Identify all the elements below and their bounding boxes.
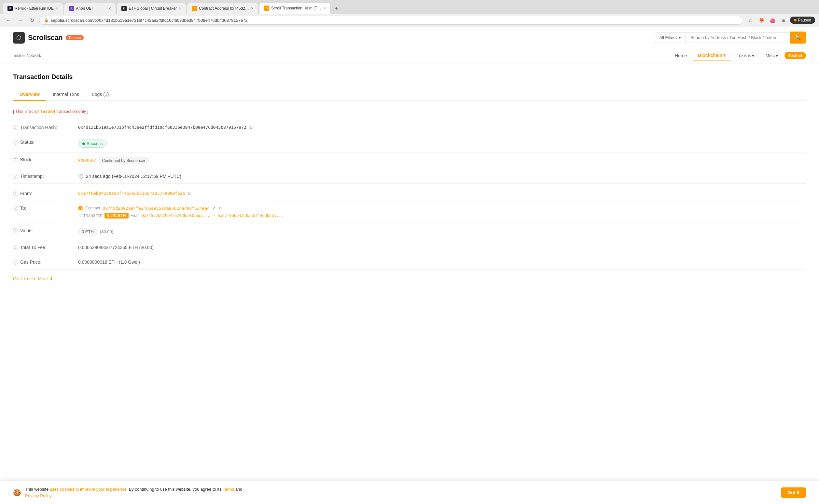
to-contract-row: ⬡ Contract 0x745d2b92994fe24d6a935ada850…	[78, 206, 222, 211]
tab-remix-close[interactable]: ×	[56, 6, 58, 11]
tab-scroll-contract[interactable]: S Contract Address 0x745d2b5... ×	[187, 3, 259, 14]
paused-indicator	[794, 19, 797, 21]
browser-actions: ☆ 🦊 👛 ⊞ Paused	[746, 16, 815, 25]
blockchain-chevron-icon: ▾	[723, 53, 726, 58]
gasprice-row: ? Gas Price: 0.0000000018 ETH (1.8 Gwei)	[13, 255, 806, 270]
cookie-accept-button[interactable]: Got It	[781, 487, 806, 498]
gasprice-hint-icon[interactable]: ?	[13, 259, 18, 265]
reload-button[interactable]: ↻	[27, 16, 36, 25]
to-label-text: To:	[20, 206, 26, 211]
tab-scroll-tx-close[interactable]: ×	[323, 6, 326, 11]
clock-icon: 🕐	[78, 174, 83, 179]
tab-internal-txns[interactable]: Internal Txns	[46, 88, 86, 101]
remix-favicon: R	[7, 6, 13, 11]
tab-scroll-contract-close[interactable]: ×	[251, 6, 254, 11]
timestamp-hint-icon[interactable]: ?	[13, 174, 18, 179]
network-label: Testnet Network	[13, 53, 41, 58]
tab-remix[interactable]: R Remix - Ethereum IDE ×	[3, 3, 63, 14]
status-label: ? Status:	[13, 139, 72, 145]
value-label: ? Value:	[13, 228, 72, 233]
forward-button[interactable]: →	[16, 16, 25, 25]
tab-overview[interactable]: Overview	[13, 88, 46, 101]
scroll-contract-favicon: S	[192, 6, 197, 11]
from-value: 0xe7f0eb942c8a5bf446db6b61664a83779989fb…	[78, 191, 806, 196]
txfee-label-text: Total Tx Fee:	[20, 245, 47, 250]
cookie-text-and: and	[234, 487, 242, 492]
block-row: ? Block: 3009557 Confirmed by Sequencer	[13, 153, 806, 169]
layout-button[interactable]: ⊞	[779, 16, 788, 25]
timestamp-label: ? Timestamp:	[13, 174, 72, 179]
from-copy-icon[interactable]: ⧉	[188, 191, 191, 196]
to-hint-icon[interactable]: ?	[13, 206, 18, 211]
new-tab-button[interactable]: +	[331, 4, 341, 14]
nav-misc[interactable]: Misc ▾	[761, 51, 783, 60]
tab-logs[interactable]: Logs (1)	[86, 88, 115, 101]
search-button[interactable]: 🔍	[790, 32, 806, 44]
tx-hash-hint-icon[interactable]: ?	[13, 125, 18, 130]
block-hint-icon[interactable]: ?	[13, 157, 18, 162]
tab-anon[interactable]: A Anon UBI ×	[64, 3, 116, 14]
click-more-icon: ⬇	[49, 276, 53, 281]
page-title: Transaction Details	[13, 73, 806, 81]
tab-scroll-tx-label: Scroll Transaction Hash (Txh...	[271, 6, 321, 10]
cookie-privacy-period: .	[51, 493, 52, 498]
tabs: Overview Internal Txns Logs (1)	[13, 88, 806, 101]
scroll-warning-after: transaction only ]	[55, 109, 88, 114]
from-address-link[interactable]: 0xe7f0eb942c8a5bf446db6b61664a83779989fb…	[78, 191, 185, 196]
spacer	[13, 184, 806, 186]
click-more-button[interactable]: Click to see More ⬇	[13, 276, 53, 281]
header-nav: Testnet Network Home Blockchain ▾ Tokens…	[13, 48, 806, 63]
search-input[interactable]	[686, 32, 790, 43]
tx-hash-copy-icon[interactable]: ⧉	[249, 125, 252, 130]
transfer-direction-icon: →	[212, 213, 216, 218]
bookmark-button[interactable]: ☆	[746, 16, 755, 25]
to-copy-icon[interactable]: ⧉	[219, 206, 222, 210]
search-area: All Filters ▾ 🔍	[655, 32, 806, 44]
tab-ethglobal-close[interactable]: ×	[179, 6, 181, 11]
txfee-row: ? Total Tx Fee: 0.000529088567724355 ETH…	[13, 240, 806, 255]
status-hint-icon[interactable]: ?	[13, 139, 18, 145]
cookie-privacy-link[interactable]: Privacy Policy	[25, 493, 51, 498]
cookie-terms-link[interactable]: Terms	[223, 487, 234, 492]
from-label: ? From:	[13, 191, 72, 196]
from-hint-icon[interactable]: ?	[13, 191, 18, 196]
success-label: Success	[87, 141, 102, 146]
value-hint-icon[interactable]: ?	[13, 228, 18, 233]
transfer-amount[interactable]: 0.001 ETH	[104, 213, 128, 219]
tx-hash-row: ? Transaction Hash: 0x4d131b519a1e7316f4…	[13, 120, 806, 135]
tab-ethglobal[interactable]: E ETHGlobal | Circuit Breaker ×	[116, 3, 186, 14]
back-button[interactable]: ←	[4, 16, 13, 25]
url-bar[interactable]: 🔒 sepolia.scrollscan.com/tx/0x4d131b519a…	[39, 16, 743, 25]
browser-chrome: R Remix - Ethereum IDE × A Anon UBI × E …	[0, 0, 819, 27]
tab-anon-close[interactable]: ×	[108, 6, 111, 11]
logo-text[interactable]: Scrollscan	[28, 33, 62, 42]
paused-button[interactable]: Paused	[790, 17, 815, 24]
tab-scroll-contract-label: Contract Address 0x745d2b5...	[199, 6, 249, 11]
to-contract-link[interactable]: 0x745d2b92994fe24d6a935ada85024a498f634e…	[102, 206, 210, 211]
tokens-label: Tokens	[737, 53, 751, 58]
to-label: ? To:	[13, 206, 72, 211]
misc-chevron-icon: ▾	[776, 53, 778, 58]
paused-label: Paused	[798, 18, 811, 22]
wallet-button[interactable]: 👛	[768, 16, 777, 25]
transfer-to-link[interactable]: 0xe7f0eb942c8a5bf446db6b1...	[218, 213, 283, 218]
timestamp-value: 🕐 24 secs ago (Feb-18-2024 12:17:59 PM +…	[78, 174, 806, 179]
nav-tokens[interactable]: Tokens ▾	[732, 51, 759, 60]
block-number-link[interactable]: 3009557	[78, 158, 96, 163]
txfee-hint-icon[interactable]: ?	[13, 245, 18, 250]
page: ⬡ Scrollscan Testnet All Filters ▾ 🔍 Tes…	[0, 27, 819, 502]
transfer-from-link[interactable]: 0x745d2b92994fe24d6a935ada...	[141, 213, 210, 218]
block-label: ? Block:	[13, 157, 72, 162]
site-header: ⬡ Scrollscan Testnet All Filters ▾ 🔍 Tes…	[0, 27, 819, 63]
cookie-uses-cookies-link[interactable]: uses cookies to improve your experience	[50, 487, 127, 492]
nav-blockchain[interactable]: Blockchain ▾	[693, 51, 730, 60]
value-display: 0 ETH ($0.00)	[78, 228, 806, 235]
extensions-button[interactable]: 🦊	[757, 16, 766, 25]
gasprice-text: 0.0000000018 ETH (1.8 Gwei)	[78, 259, 140, 265]
security-icon: 🔒	[44, 18, 49, 22]
tab-scroll-tx[interactable]: S Scroll Transaction Hash (Txh... ×	[259, 3, 331, 14]
to-row: ? To: ⬡ Contract 0x745d2b92994fe24d6a935…	[13, 201, 806, 223]
scroll-tx-favicon: S	[264, 6, 269, 11]
filter-dropdown[interactable]: All Filters ▾	[655, 32, 686, 43]
nav-home[interactable]: Home	[670, 51, 692, 60]
